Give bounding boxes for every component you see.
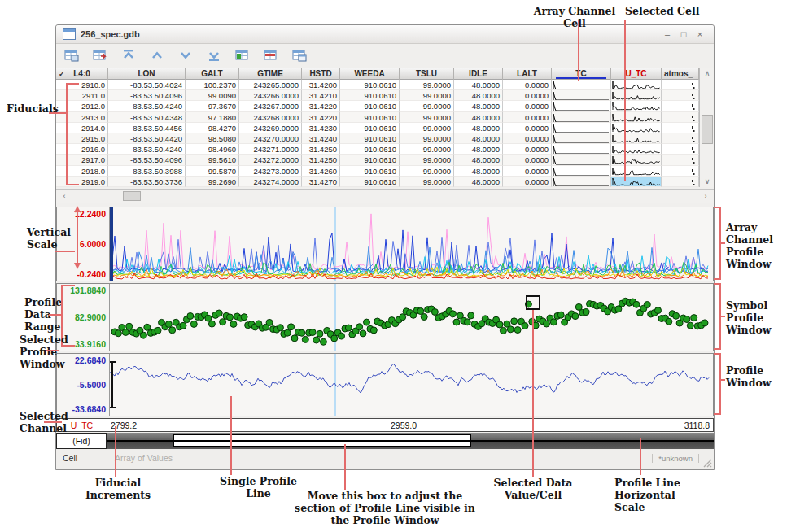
data-point[interactable] xyxy=(691,315,697,321)
column-header-l4-0[interactable]: ✓L4:0 xyxy=(56,68,108,80)
cell[interactable]: -83.53.50.4456 xyxy=(108,123,186,133)
cell[interactable]: 31.4220 xyxy=(302,101,340,111)
visible-section-slider[interactable] xyxy=(173,434,471,447)
cell[interactable]: 99.0000 xyxy=(400,123,454,133)
data-point[interactable] xyxy=(208,321,215,327)
data-point[interactable] xyxy=(360,330,366,337)
data-point[interactable] xyxy=(450,311,457,317)
data-point[interactable] xyxy=(464,319,470,325)
cell-atmos-clipped[interactable] xyxy=(662,80,699,90)
cell[interactable]: 99.0000 xyxy=(400,144,454,155)
scroll-down-arrow-icon[interactable]: ∨ xyxy=(701,176,714,187)
cell[interactable]: 0.0000 xyxy=(503,144,552,155)
scroll-to-top-icon[interactable] xyxy=(120,47,138,63)
cell[interactable]: 910.0610 xyxy=(340,144,400,155)
cell[interactable]: 31.4240 xyxy=(302,133,340,144)
column-header-lon[interactable]: LON xyxy=(108,68,186,80)
column-header-hstd[interactable]: HSTD xyxy=(302,68,340,80)
array-channel-cell-tc[interactable] xyxy=(552,133,611,144)
cell[interactable]: 0.0000 xyxy=(503,177,552,187)
data-point[interactable] xyxy=(165,321,172,328)
close-button[interactable]: × xyxy=(694,29,706,39)
data-point[interactable] xyxy=(583,309,589,316)
vertical-scrollbar[interactable]: ∧ ∨ xyxy=(699,68,714,187)
cell[interactable]: 99.0000 xyxy=(400,101,454,111)
table-insert-green-icon[interactable] xyxy=(234,47,251,63)
symbol-plot[interactable] xyxy=(110,284,710,351)
cell[interactable]: 48.0000 xyxy=(454,177,503,187)
cell[interactable]: 2918.0 xyxy=(56,166,108,177)
cell[interactable]: -83.53.50.4240 xyxy=(108,101,186,111)
table-paste-icon[interactable] xyxy=(91,47,109,63)
cell[interactable]: 97.3670 xyxy=(186,101,239,111)
data-point[interactable] xyxy=(317,330,323,337)
data-point[interactable] xyxy=(302,336,308,342)
cell[interactable]: 31.4220 xyxy=(302,112,340,123)
cell[interactable]: -83.53.50.3988 xyxy=(108,166,186,177)
cell[interactable]: 2916.0 xyxy=(56,144,108,155)
cell[interactable]: 0.0000 xyxy=(503,90,552,101)
column-header-tslu[interactable]: TSLU xyxy=(400,68,454,80)
cell[interactable]: 243265.0000 xyxy=(239,80,302,90)
cell[interactable]: 0.0000 xyxy=(503,155,552,165)
cell-atmos-clipped[interactable] xyxy=(662,155,699,165)
cell[interactable]: 243272.0000 xyxy=(239,155,302,165)
data-point[interactable] xyxy=(126,323,133,329)
cell[interactable]: 31.4250 xyxy=(302,155,340,165)
cell[interactable]: 48.0000 xyxy=(454,101,503,111)
cell[interactable]: 910.0610 xyxy=(340,166,400,177)
profile-line-horizontal-scale-bar[interactable] xyxy=(107,433,714,449)
cell[interactable]: 0.0000 xyxy=(503,101,552,111)
cell[interactable]: 98.4270 xyxy=(186,123,239,133)
cell[interactable]: 0.0000 xyxy=(503,80,552,90)
data-point[interactable] xyxy=(507,326,514,333)
cell[interactable]: 910.0610 xyxy=(340,101,400,111)
array-channel-cell-u-tc[interactable] xyxy=(611,112,662,123)
data-point[interactable] xyxy=(227,314,234,321)
cell[interactable]: 910.0610 xyxy=(340,177,400,187)
column-header-tc[interactable]: TC xyxy=(552,68,611,80)
column-header-u-tc[interactable]: U_TC xyxy=(611,68,662,80)
data-point[interactable] xyxy=(431,309,438,316)
data-point[interactable] xyxy=(500,327,506,334)
resize-grip[interactable] xyxy=(703,459,712,468)
cell[interactable]: 100.2370 xyxy=(186,80,239,90)
array-channel-cell-tc[interactable] xyxy=(552,101,611,111)
cell[interactable]: 48.0000 xyxy=(454,80,503,90)
scroll-right-arrow-icon[interactable]: › xyxy=(699,190,712,202)
data-point[interactable] xyxy=(496,321,503,328)
cell[interactable]: 99.0000 xyxy=(400,112,454,123)
cell[interactable]: 2911.0 xyxy=(56,90,108,101)
data-point[interactable] xyxy=(230,321,237,327)
array-channel-cell-tc[interactable] xyxy=(552,90,611,101)
data-point[interactable] xyxy=(277,325,283,331)
cell[interactable]: 31.4230 xyxy=(302,123,340,133)
data-point[interactable] xyxy=(339,333,345,339)
cell[interactable]: 0.0000 xyxy=(503,123,552,133)
data-point[interactable] xyxy=(511,318,518,325)
array-channel-cell-tc[interactable] xyxy=(552,123,611,133)
cell[interactable]: 31.4270 xyxy=(302,177,340,187)
cell[interactable]: 2917.0 xyxy=(56,155,108,165)
data-point[interactable] xyxy=(140,332,146,338)
data-point[interactable] xyxy=(702,320,708,326)
data-point[interactable] xyxy=(291,335,298,342)
cell[interactable]: 98.4960 xyxy=(186,144,239,155)
array-channel-cell-tc[interactable] xyxy=(552,155,611,165)
data-point[interactable] xyxy=(356,324,363,330)
table-window-icon[interactable] xyxy=(291,47,308,63)
array-channel-cell-tc[interactable] xyxy=(552,177,611,187)
cell[interactable]: -83.53.50.4420 xyxy=(108,133,186,144)
column-header-galt[interactable]: GALT xyxy=(186,68,239,80)
cell[interactable]: 0.0000 xyxy=(503,133,552,144)
cell[interactable]: 2914.0 xyxy=(56,123,108,133)
data-point[interactable] xyxy=(345,325,352,331)
minimize-button[interactable]: – xyxy=(662,29,673,39)
data-point[interactable] xyxy=(655,307,662,314)
data-point[interactable] xyxy=(364,319,370,325)
data-point[interactable] xyxy=(370,327,377,334)
column-header-gtime[interactable]: GTIME xyxy=(239,68,302,80)
cell[interactable]: -83.53.50.4096 xyxy=(108,155,186,165)
data-point[interactable] xyxy=(572,313,579,320)
cell[interactable]: 99.2690 xyxy=(186,177,239,187)
